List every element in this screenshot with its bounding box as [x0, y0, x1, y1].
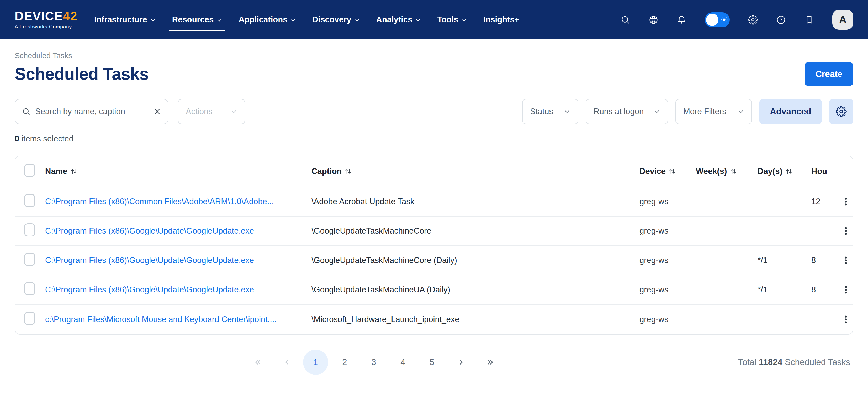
gear-icon	[836, 106, 847, 117]
column-header-days[interactable]: Day(s)	[757, 167, 811, 176]
pagination-page-4[interactable]: 4	[389, 350, 417, 375]
task-device: greg-ws	[640, 226, 696, 236]
topbar-actions: A	[621, 10, 853, 30]
task-name-link[interactable]: C:\Program Files (x86)\Google\Update\Goo…	[45, 285, 311, 294]
nav-item-tools[interactable]: Tools	[437, 15, 467, 24]
task-hour: 12	[811, 197, 839, 206]
double-chevron-right-icon	[486, 358, 495, 366]
total-count: Total 11824 Scheduled Tasks	[738, 357, 850, 367]
chevron-down-icon	[290, 17, 296, 23]
breadcrumb[interactable]: Scheduled Tasks	[15, 52, 853, 60]
device42-logo[interactable]: DEVICE42 A Freshworks Company	[15, 10, 78, 30]
chevron-left-icon	[282, 358, 291, 366]
pagination-page-3[interactable]: 3	[359, 350, 389, 375]
clear-search-icon[interactable]	[153, 108, 161, 116]
task-device: greg-ws	[640, 285, 696, 294]
nav-item-applications[interactable]: Applications	[239, 15, 296, 24]
task-days: */1	[757, 285, 811, 294]
sort-icon[interactable]	[70, 168, 78, 175]
column-header-name[interactable]: Name	[45, 167, 311, 176]
more-filters-dropdown[interactable]: More Filters	[675, 99, 752, 124]
top-navbar: DEVICE42 A Freshworks Company Infrastruc…	[0, 0, 868, 39]
pagination: 1 2 3 4 5	[243, 350, 505, 375]
pagination-prev-button[interactable]	[272, 350, 301, 375]
logo-text: DEVICE	[15, 10, 63, 22]
status-filter-dropdown[interactable]: Status	[522, 99, 578, 124]
table-row: C:\Program Files (x86)\Google\Update\Goo…	[15, 275, 853, 305]
row-checkbox[interactable]	[24, 194, 35, 207]
chevron-right-icon	[457, 358, 466, 366]
nav-item-infrastructure[interactable]: Infrastructure	[94, 15, 156, 24]
task-name-link[interactable]: C:\Program Files (x86)\Common Files\Adob…	[45, 197, 311, 206]
chevron-down-icon	[150, 17, 156, 23]
task-device: greg-ws	[640, 197, 696, 206]
row-checkbox[interactable]	[24, 253, 35, 266]
sort-icon[interactable]	[730, 168, 737, 175]
table-row: C:\Program Files (x86)\Google\Update\Goo…	[15, 216, 853, 246]
pagination-first-button[interactable]	[243, 350, 272, 375]
select-all-checkbox[interactable]	[24, 164, 35, 177]
search-icon[interactable]	[621, 15, 630, 25]
sort-icon[interactable]	[785, 168, 793, 175]
task-days: */1	[757, 256, 811, 265]
pagination-next-button[interactable]	[446, 350, 476, 375]
sort-icon[interactable]	[344, 168, 352, 175]
search-icon	[22, 107, 30, 116]
chevron-down-icon	[415, 17, 421, 23]
chevron-down-icon	[653, 108, 660, 115]
sort-icon[interactable]	[668, 168, 676, 175]
search-input[interactable]	[35, 107, 149, 116]
task-name-link[interactable]: C:\Program Files (x86)\Google\Update\Goo…	[45, 226, 311, 236]
runs-at-logon-filter-dropdown[interactable]: Runs at logon	[586, 99, 668, 124]
scheduled-tasks-table: Name Caption Device Week(s) Day(s) Hou C…	[15, 156, 853, 334]
row-checkbox[interactable]	[24, 312, 35, 325]
task-caption: \Adobe Acrobat Update Task	[311, 197, 640, 206]
nav-item-insights[interactable]: Insights+	[483, 15, 519, 24]
selected-label: items selected	[22, 134, 73, 143]
pagination-page-2[interactable]: 2	[330, 350, 359, 375]
row-menu-icon[interactable]	[841, 255, 851, 266]
nav-item-analytics[interactable]: Analytics	[376, 15, 421, 24]
row-menu-icon[interactable]	[841, 285, 851, 295]
globe-icon[interactable]	[649, 15, 658, 25]
task-name-link[interactable]: c:\Program Files\Microsoft Mouse and Key…	[45, 315, 311, 324]
task-hour: 8	[811, 285, 839, 294]
user-avatar[interactable]: A	[832, 10, 853, 30]
help-icon[interactable]	[776, 15, 786, 25]
row-menu-icon[interactable]	[841, 314, 851, 325]
column-header-device[interactable]: Device	[640, 167, 696, 176]
settings-gear-icon[interactable]	[748, 15, 758, 25]
main-nav: Infrastructure Resources Applications Di…	[94, 15, 519, 24]
task-device: greg-ws	[640, 315, 696, 324]
bookmark-icon[interactable]	[804, 15, 814, 25]
task-name-link[interactable]: C:\Program Files (x86)\Google\Update\Goo…	[45, 256, 311, 265]
pagination-last-button[interactable]	[476, 350, 505, 375]
table-header-row: Name Caption Device Week(s) Day(s) Hou	[15, 156, 853, 187]
task-hour: 8	[811, 256, 839, 265]
table-settings-button[interactable]	[829, 99, 853, 124]
row-checkbox[interactable]	[24, 223, 35, 236]
advanced-button[interactable]: Advanced	[760, 99, 822, 124]
nav-item-discovery[interactable]: Discovery	[312, 15, 360, 24]
create-button[interactable]: Create	[805, 62, 853, 86]
chevron-down-icon	[354, 17, 360, 23]
task-caption: \GoogleUpdateTaskMachineUA (Daily)	[311, 285, 640, 294]
search-box[interactable]	[15, 99, 168, 124]
chevron-down-icon	[737, 108, 744, 115]
theme-toggle[interactable]	[705, 12, 730, 27]
logo-accent-42: 42	[63, 10, 78, 22]
task-caption: \GoogleUpdateTaskMachineCore	[311, 226, 640, 236]
row-checkbox[interactable]	[24, 282, 35, 295]
column-header-caption[interactable]: Caption	[311, 167, 640, 176]
task-device: greg-ws	[640, 256, 696, 265]
pagination-page-5[interactable]: 5	[417, 350, 446, 375]
nav-item-resources[interactable]: Resources	[172, 15, 222, 24]
pagination-page-1[interactable]: 1	[303, 350, 328, 375]
column-header-hour[interactable]: Hou	[811, 167, 839, 176]
row-menu-icon[interactable]	[841, 196, 851, 207]
chevron-down-icon	[216, 17, 222, 23]
column-header-weeks[interactable]: Week(s)	[696, 167, 757, 176]
notifications-bell-icon[interactable]	[677, 15, 686, 25]
actions-dropdown[interactable]: Actions	[178, 99, 245, 124]
row-menu-icon[interactable]	[841, 226, 851, 236]
